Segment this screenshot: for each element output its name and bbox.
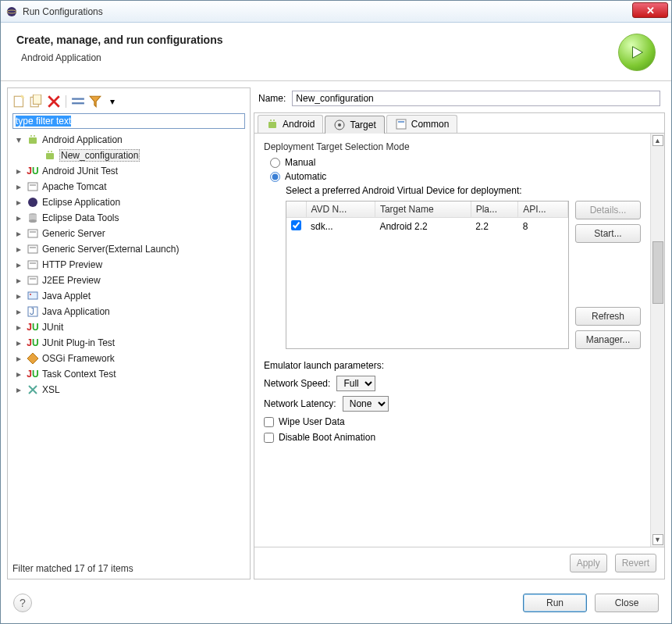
tree-item-applet[interactable]: ▸Java Applet: [12, 288, 245, 304]
run-button[interactable]: Run: [523, 594, 587, 612]
close-button[interactable]: Close: [595, 594, 659, 612]
svg-point-12: [51, 151, 52, 152]
tree-twisty-icon[interactable]: ▸: [14, 276, 23, 285]
tab-target-panel: Deployment Target Selection Mode Manual …: [254, 134, 650, 547]
junit-icon: JU: [27, 321, 39, 333]
col-target[interactable]: Target Name: [375, 201, 471, 218]
tree-twisty-icon[interactable]: ▾: [14, 135, 23, 144]
svg-rect-31: [268, 122, 276, 128]
latency-select[interactable]: None: [343, 396, 389, 412]
tree-twisty-icon[interactable]: ▸: [14, 213, 23, 223]
header-title: Create, manage, and run configurations: [16, 34, 223, 46]
scroll-thumb[interactable]: [652, 241, 663, 304]
svg-rect-22: [30, 247, 36, 248]
android-icon: [44, 149, 56, 162]
speed-select[interactable]: Full: [336, 376, 375, 391]
help-button[interactable]: ?: [13, 594, 32, 612]
tree-item-xsl[interactable]: ▸XSL: [12, 382, 245, 398]
apply-button[interactable]: Apply: [570, 554, 607, 572]
tree-twisty-icon[interactable]: ▸: [14, 338, 23, 348]
duplicate-config-icon[interactable]: [30, 94, 44, 109]
svg-point-28: [30, 294, 31, 295]
disable-boot-checkbox[interactable]: Disable Boot Animation: [264, 432, 641, 443]
tree-twisty-icon[interactable]: ▸: [14, 198, 23, 207]
deployment-group-title: Deployment Target Selection Mode: [264, 141, 641, 152]
target-icon: [333, 119, 346, 131]
start-button[interactable]: Start...: [575, 224, 641, 243]
tree-twisty-icon[interactable]: ▸: [14, 166, 23, 176]
svg-point-11: [48, 151, 49, 152]
tree-twisty-icon[interactable]: ▸: [14, 291, 23, 301]
tree-twisty-icon[interactable]: ▸: [14, 323, 23, 332]
tree-item-junitplugin[interactable]: ▸JUJUnit Plug-in Test: [12, 335, 245, 351]
tab-android[interactable]: Android: [258, 115, 323, 133]
svg-point-33: [273, 119, 275, 121]
vertical-scrollbar[interactable]: ▲ ▼: [650, 134, 664, 547]
tree-twisty-icon[interactable]: ▸: [14, 260, 23, 269]
tree-item-junit2[interactable]: ▸JUJUnit: [12, 319, 245, 335]
applet-icon: [27, 290, 39, 302]
svg-point-9: [34, 135, 35, 137]
tree-label: JUnit: [42, 322, 63, 333]
tree-item-junit[interactable]: ▸JUAndroid JUnit Test: [12, 163, 245, 179]
tree-item-javaapp[interactable]: ▸JJava Application: [12, 304, 245, 319]
tree-label: Generic Server(External Launch): [42, 244, 179, 255]
tree-item-genserverext[interactable]: ▸Generic Server(External Launch): [12, 241, 245, 257]
radio-manual[interactable]: Manual: [270, 157, 641, 168]
toolbar-divider: [66, 95, 66, 108]
common-icon: [395, 118, 407, 130]
refresh-button[interactable]: Refresh: [575, 307, 641, 326]
dropdown-arrow-icon[interactable]: ▾: [105, 94, 119, 109]
tree-item-tomcat[interactable]: ▸Apache Tomcat: [12, 179, 245, 194]
tree-label: Apache Tomcat: [42, 181, 107, 192]
window-title: Run Configurations: [23, 6, 103, 17]
cell-platform: 2.2: [471, 218, 518, 236]
tree-item-taskctx[interactable]: ▸JUTask Context Test: [12, 366, 245, 382]
scroll-up-icon[interactable]: ▲: [652, 135, 663, 146]
filter-input[interactable]: type filter text: [12, 113, 245, 129]
tree-twisty-icon[interactable]: ▸: [14, 182, 23, 191]
window-close-button[interactable]: ✕: [632, 2, 668, 18]
tree-twisty-icon[interactable]: ▸: [14, 307, 23, 316]
tree-label: JUnit Plug-in Test: [42, 337, 115, 348]
titlebar[interactable]: Run Configurations ✕: [1, 1, 671, 23]
tree-item-eclipse[interactable]: ▸Eclipse Application: [12, 194, 245, 210]
filter-icon[interactable]: [88, 94, 102, 109]
radio-automatic[interactable]: Automatic: [270, 171, 641, 182]
name-input[interactable]: [292, 91, 660, 106]
avd-table[interactable]: AVD N... Target Name Pla... API... sdk..…: [286, 201, 569, 349]
tree-twisty-icon[interactable]: ▸: [14, 229, 23, 238]
tab-target[interactable]: Target: [325, 116, 384, 134]
config-tree[interactable]: ▾Android ApplicationNew_configuration▸JU…: [12, 132, 245, 558]
tree-twisty-icon[interactable]: ▸: [14, 369, 23, 379]
col-api[interactable]: API...: [518, 201, 568, 218]
name-label: Name:: [258, 93, 286, 104]
tree-item-osgi[interactable]: ▸OSGi Framework: [12, 351, 245, 366]
col-avd-name[interactable]: AVD N...: [306, 201, 375, 218]
tree-twisty-icon[interactable]: ▸: [14, 244, 23, 254]
tree-item-httpprev[interactable]: ▸HTTP Preview: [12, 257, 245, 273]
db-icon: [27, 212, 39, 224]
collapse-icon[interactable]: [71, 94, 85, 109]
tree-twisty-icon[interactable]: ▸: [14, 354, 23, 363]
avd-section: Select a preferred Android Virtual Devic…: [286, 185, 641, 349]
col-platform[interactable]: Pla...: [471, 201, 518, 218]
details-button[interactable]: Details...: [575, 201, 641, 219]
tree-item-datatools[interactable]: ▸Eclipse Data Tools: [12, 210, 245, 226]
scroll-down-icon[interactable]: ▼: [652, 534, 663, 545]
tree-item-j2ee[interactable]: ▸J2EE Preview: [12, 273, 245, 288]
tree-item-new-config[interactable]: New_configuration: [12, 148, 245, 163]
svg-rect-19: [28, 230, 37, 237]
table-row[interactable]: sdk...Android 2.22.28: [286, 218, 568, 236]
avd-checkbox[interactable]: [291, 220, 301, 230]
wipe-checkbox[interactable]: Wipe User Data: [264, 416, 641, 427]
dialog-body: ▾ type filter text ▾Android ApplicationN…: [1, 81, 671, 586]
tree-item-android-app[interactable]: ▾Android Application: [12, 132, 245, 148]
delete-config-icon[interactable]: [47, 94, 61, 109]
tab-common[interactable]: Common: [386, 115, 458, 133]
tree-item-genserver[interactable]: ▸Generic Server: [12, 226, 245, 241]
tree-twisty-icon[interactable]: ▸: [14, 385, 23, 394]
revert-button[interactable]: Revert: [615, 554, 656, 572]
manager-button[interactable]: Manager...: [575, 330, 641, 349]
new-config-icon[interactable]: [12, 94, 27, 109]
